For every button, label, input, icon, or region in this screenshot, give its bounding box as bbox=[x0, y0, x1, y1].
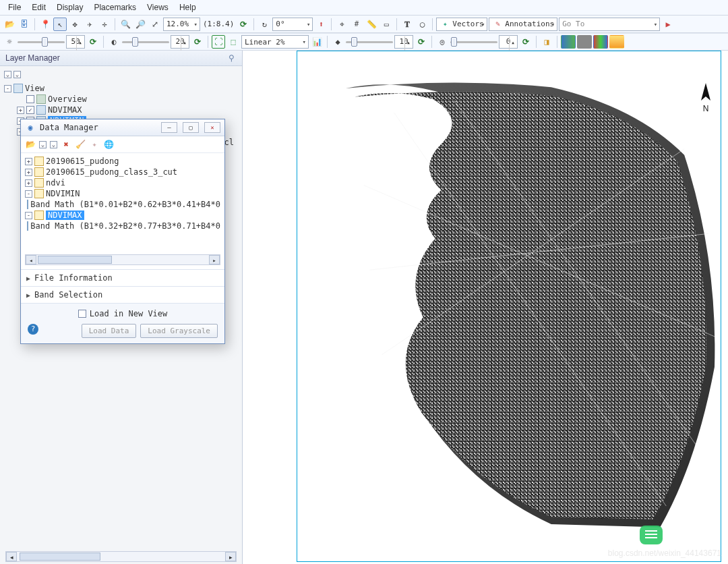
dm-node[interactable]: NDVIMIN bbox=[46, 189, 80, 198]
close-button[interactable]: ✕ bbox=[204, 122, 220, 133]
dialog-horizontal-scrollbar[interactable]: ◂▸ bbox=[25, 254, 220, 265]
panel-pin-icon[interactable]: ⚲ bbox=[226, 53, 237, 63]
zoom-level-combo[interactable]: 12.0% bbox=[163, 18, 200, 31]
tree-root[interactable]: View bbox=[25, 84, 44, 93]
brightness-icon[interactable]: ☼ bbox=[3, 35, 16, 49]
tree-expand-icon[interactable]: + bbox=[17, 107, 24, 114]
collapse-icon[interactable]: ⌄ bbox=[4, 71, 11, 78]
measure-icon[interactable]: 📏 bbox=[365, 18, 378, 31]
histogram-icon[interactable]: 📊 bbox=[310, 35, 324, 49]
rotation-combo[interactable]: 0° bbox=[272, 18, 313, 31]
zoom-out-icon[interactable]: 🔎 bbox=[133, 18, 147, 31]
rotate-icon[interactable]: ↻ bbox=[257, 18, 271, 31]
north-up-icon[interactable]: ⬆ bbox=[314, 18, 328, 31]
tree-expand-icon[interactable]: - bbox=[25, 190, 32, 198]
transparency-value[interactable]: 0▲▼ bbox=[499, 35, 518, 49]
text-annot-icon[interactable]: 𝐓 bbox=[400, 18, 414, 31]
collapse-icon[interactable]: ⌄ bbox=[39, 141, 47, 148]
transparency-icon[interactable]: ◎ bbox=[435, 35, 449, 49]
fly-icon[interactable]: ✈ bbox=[83, 18, 96, 31]
pushpin-icon[interactable]: 📍 bbox=[38, 18, 52, 31]
contrast-value[interactable]: 20▲▼ bbox=[171, 35, 189, 49]
vectors-combo[interactable]: ✦Vectors bbox=[436, 18, 487, 31]
tree-expand-icon[interactable]: + bbox=[25, 179, 32, 187]
load-new-view-checkbox[interactable] bbox=[78, 310, 86, 318]
dm-band[interactable]: Band Math (B1*0.01+B2*0.62+B3*0.41+B4*0 bbox=[30, 200, 220, 209]
reset-brightness-icon[interactable]: ⟳ bbox=[86, 35, 100, 49]
dialog-tree[interactable]: +20190615_pudong +20190615_pudong_class_… bbox=[21, 153, 224, 254]
dm-node[interactable]: 20190615_pudong_class_3_cut bbox=[46, 167, 177, 177]
tree-expand-icon[interactable]: - bbox=[4, 85, 11, 92]
extent-full-icon[interactable]: ⬚ bbox=[226, 35, 240, 49]
transparency-slider[interactable] bbox=[450, 41, 497, 43]
maximize-button[interactable]: ▢ bbox=[183, 122, 199, 133]
pan-icon[interactable]: ✥ bbox=[68, 18, 82, 31]
collapse-icon[interactable]: ⌄ bbox=[13, 71, 21, 78]
menu-edit[interactable]: Edit bbox=[28, 1, 50, 13]
pin-icon[interactable]: ✦ bbox=[89, 139, 100, 150]
image-viewer[interactable]: N GIS前沿 blog.csdn.net/weixin_44143671 bbox=[243, 51, 728, 564]
dm-node[interactable]: 20190615_pudong bbox=[46, 157, 119, 166]
annotations-combo[interactable]: ✎Annotations bbox=[489, 18, 557, 31]
reset-transparency-icon[interactable]: ⟳ bbox=[519, 35, 533, 49]
data-manager-dialog[interactable]: ◉ Data Manager — ▢ ✕ 📂 ⌄ ⌄ ✖ 🧹 ✦ 🌐 +2019… bbox=[20, 119, 225, 344]
file-information-section[interactable]: ▶File Information bbox=[21, 269, 224, 286]
brightness-slider[interactable] bbox=[18, 41, 65, 43]
stretch-combo[interactable]: Linear 2% bbox=[241, 35, 309, 49]
go-button-icon[interactable]: ▶ bbox=[661, 18, 675, 31]
band-selection-section[interactable]: ▶Band Selection bbox=[21, 286, 224, 303]
view-gray-icon[interactable] bbox=[577, 35, 592, 49]
tree-expand-icon[interactable]: + bbox=[25, 158, 32, 165]
tree-expand-icon[interactable]: - bbox=[25, 212, 32, 219]
region-icon[interactable]: ▭ bbox=[380, 18, 393, 31]
open-folder-icon[interactable]: 📂 bbox=[25, 139, 36, 150]
view-color-icon[interactable] bbox=[593, 35, 608, 49]
data-manager-icon[interactable]: 🗄 bbox=[18, 18, 31, 31]
crosshair-icon[interactable]: ✛ bbox=[98, 18, 111, 31]
menu-help[interactable]: Help bbox=[175, 1, 200, 13]
minimize-button[interactable]: — bbox=[161, 122, 177, 133]
left-pane-horizontal-scrollbar[interactable]: ◂▸ bbox=[5, 551, 237, 562]
globe-icon[interactable]: 🌐 bbox=[103, 139, 114, 150]
brightness-value[interactable]: 50▲▼ bbox=[66, 35, 85, 49]
checkbox[interactable]: ✓ bbox=[26, 106, 34, 114]
goto-combo[interactable]: Go To bbox=[559, 18, 660, 31]
dm-band[interactable]: Band Math (B1*0.32+B2*0.77+B3*0.71+B4*0 bbox=[30, 221, 220, 231]
zoom-in-icon[interactable]: 🔍 bbox=[119, 18, 132, 31]
open-file-icon[interactable]: 📂 bbox=[3, 18, 16, 31]
contrast-icon[interactable]: ◐ bbox=[107, 35, 121, 49]
dialog-titlebar[interactable]: ◉ Data Manager — ▢ ✕ bbox=[21, 119, 224, 136]
sharpen-slider[interactable] bbox=[346, 41, 393, 43]
refresh-icon[interactable]: ⟳ bbox=[237, 18, 250, 31]
cursor-value-icon[interactable]: ＃ bbox=[350, 18, 363, 31]
collapse-icon[interactable]: ⌄ bbox=[50, 141, 57, 148]
load-data-button[interactable]: Load Data bbox=[82, 324, 137, 338]
help-icon[interactable]: ? bbox=[28, 324, 38, 335]
dm-node[interactable]: ndvi bbox=[46, 178, 65, 188]
swipe-icon[interactable]: ◨ bbox=[540, 35, 553, 49]
view-index-icon[interactable] bbox=[609, 35, 624, 49]
menu-placemarks[interactable]: Placemarks bbox=[90, 1, 140, 13]
sharpen-value[interactable]: 10▲▼ bbox=[394, 35, 413, 49]
menu-display[interactable]: Display bbox=[53, 1, 87, 13]
cursor-loc-icon[interactable]: ⌖ bbox=[335, 18, 348, 31]
delete-icon[interactable]: ✖ bbox=[61, 139, 71, 150]
load-grayscale-button[interactable]: Load Grayscale bbox=[140, 324, 218, 338]
cleanup-icon[interactable]: 🧹 bbox=[75, 139, 86, 150]
menu-views[interactable]: Views bbox=[143, 1, 173, 13]
view-rgb-icon[interactable] bbox=[561, 35, 576, 49]
select-icon[interactable]: ↖ bbox=[53, 18, 67, 31]
extent-fit-icon[interactable]: ⛶ bbox=[212, 35, 225, 49]
reset-contrast-icon[interactable]: ⟳ bbox=[191, 35, 204, 49]
shape-annot-icon[interactable]: ◯ bbox=[415, 18, 429, 31]
zoom-fit-icon[interactable]: ⤢ bbox=[148, 18, 162, 31]
image-canvas[interactable] bbox=[297, 51, 721, 562]
reset-sharpen-icon[interactable]: ⟳ bbox=[415, 35, 428, 49]
tree-node-overview[interactable]: Overview bbox=[48, 94, 87, 104]
dm-node-selected[interactable]: NDVIMAX bbox=[46, 210, 84, 220]
checkbox[interactable] bbox=[26, 95, 34, 103]
tree-expand-icon[interactable]: + bbox=[25, 169, 32, 176]
tree-node-ndvimax[interactable]: NDVIMAX bbox=[48, 105, 82, 115]
sharpen-icon[interactable]: ◆ bbox=[331, 35, 344, 49]
menu-file[interactable]: File bbox=[4, 1, 25, 13]
